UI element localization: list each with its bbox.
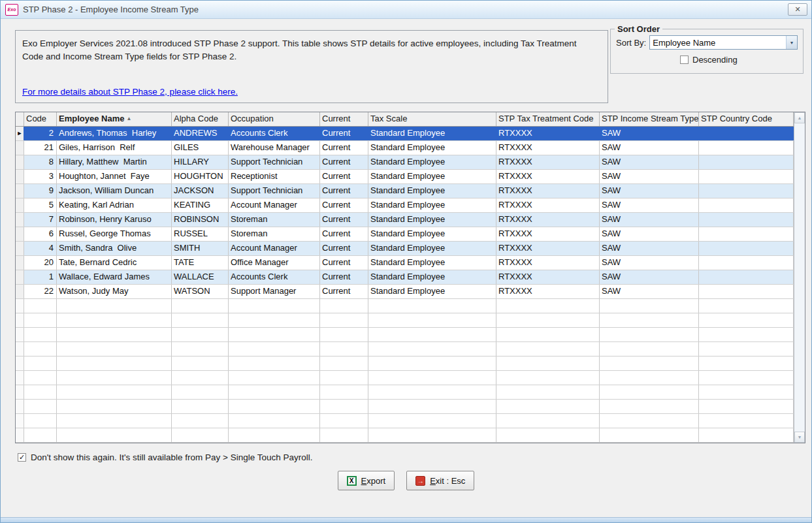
cell[interactable]: Giles, Harrison Relf xyxy=(57,141,172,155)
column-header[interactable]: Alpha Code xyxy=(172,112,229,126)
cell[interactable]: Support Technician xyxy=(229,184,320,198)
cell[interactable]: Standard Employee xyxy=(368,213,496,227)
sort-by-dropdown[interactable]: Employee Name ▼ xyxy=(649,35,798,50)
cell[interactable]: SAW xyxy=(600,184,699,198)
cell[interactable]: Standard Employee xyxy=(368,227,496,241)
cell[interactable]: Current xyxy=(320,227,368,241)
cell[interactable] xyxy=(699,127,794,140)
cell[interactable]: Current xyxy=(320,270,368,284)
table-row[interactable]: 20Tate, Bernard CedricTATEOffice Manager… xyxy=(16,256,794,270)
cell[interactable]: SAW xyxy=(600,227,699,241)
table-row[interactable]: 1Wallace, Edward JamesWALLACEAccounts Cl… xyxy=(16,270,794,285)
column-header[interactable]: STP Income Stream Type xyxy=(600,112,699,126)
cell[interactable]: RTXXXX xyxy=(496,256,600,270)
cell[interactable]: Standard Employee xyxy=(368,285,496,298)
cell[interactable]: SAW xyxy=(600,242,699,255)
cell[interactable]: Current xyxy=(320,141,368,155)
cell[interactable] xyxy=(699,198,794,212)
cell[interactable]: SMITH xyxy=(172,242,229,255)
cell[interactable]: SAW xyxy=(600,170,699,183)
table-row[interactable]: 22Watson, Judy MayWATSONSupport ManagerC… xyxy=(16,285,794,299)
cell[interactable]: 5 xyxy=(24,198,57,212)
cell[interactable]: RTXXXX xyxy=(496,242,600,255)
cell[interactable]: Current xyxy=(320,242,368,255)
cell[interactable]: ANDREWS xyxy=(172,127,229,140)
cell[interactable]: RTXXXX xyxy=(496,127,600,140)
cell[interactable]: RTXXXX xyxy=(496,170,600,183)
cell[interactable]: Robinson, Henry Karuso xyxy=(57,213,172,227)
cell[interactable]: Standard Employee xyxy=(368,184,496,198)
table-row[interactable]: 8Hillary, Matthew MartinHILLARYSupport T… xyxy=(16,155,794,170)
column-header[interactable]: Tax Scale xyxy=(368,112,496,126)
cell[interactable]: WALLACE xyxy=(172,270,229,284)
cell[interactable]: SAW xyxy=(600,155,699,169)
column-header[interactable]: STP Tax Treatment Code xyxy=(496,112,600,126)
cell[interactable]: 2 xyxy=(24,127,57,140)
cell[interactable]: 8 xyxy=(24,155,57,169)
descending-checkbox[interactable] xyxy=(680,55,689,64)
cell[interactable]: Keating, Karl Adrian xyxy=(57,198,172,212)
cell[interactable] xyxy=(699,155,794,169)
cell[interactable]: SAW xyxy=(600,141,699,155)
vertical-scrollbar[interactable]: ▲ ▼ xyxy=(794,112,805,443)
cell[interactable]: Standard Employee xyxy=(368,170,496,183)
cell[interactable]: Current xyxy=(320,256,368,270)
cell[interactable]: Standard Employee xyxy=(368,242,496,255)
cell[interactable]: 9 xyxy=(24,184,57,198)
cell[interactable]: Standard Employee xyxy=(368,198,496,212)
cell[interactable]: RTXXXX xyxy=(496,155,600,169)
cell[interactable]: 20 xyxy=(24,256,57,270)
cell[interactable]: 3 xyxy=(24,170,57,183)
cell[interactable]: 6 xyxy=(24,227,57,241)
cell[interactable]: Support Manager xyxy=(229,285,320,298)
table-row[interactable]: 7Robinson, Henry KarusoROBINSONStoremanC… xyxy=(16,213,794,227)
cell[interactable]: Current xyxy=(320,170,368,183)
cell[interactable]: Watson, Judy May xyxy=(57,285,172,298)
cell[interactable]: Wallace, Edward James xyxy=(57,270,172,284)
cell[interactable]: Current xyxy=(320,155,368,169)
column-header[interactable]: STP Country Code xyxy=(699,112,794,126)
cell[interactable]: RTXXXX xyxy=(496,270,600,284)
column-header[interactable]: Code xyxy=(24,112,57,126)
cell[interactable] xyxy=(699,242,794,255)
titlebar[interactable]: Exo STP Phase 2 - Employee Income Stream… xyxy=(1,1,811,19)
cell[interactable]: Storeman xyxy=(229,227,320,241)
cell[interactable] xyxy=(699,227,794,241)
cell[interactable]: Support Technician xyxy=(229,155,320,169)
column-header[interactable]: Current xyxy=(320,112,368,126)
cell[interactable]: RTXXXX xyxy=(496,184,600,198)
cell[interactable]: RTXXXX xyxy=(496,141,600,155)
cell[interactable]: RTXXXX xyxy=(496,227,600,241)
cell[interactable] xyxy=(699,285,794,298)
scroll-up-icon[interactable]: ▲ xyxy=(794,112,805,123)
table-row[interactable]: 5Keating, Karl AdrianKEATINGAccount Mana… xyxy=(16,198,794,213)
cell[interactable]: JACKSON xyxy=(172,184,229,198)
table-row[interactable]: 9Jackson, William DuncanJACKSONSupport T… xyxy=(16,184,794,198)
cell[interactable]: Hillary, Matthew Martin xyxy=(57,155,172,169)
table-row[interactable]: 21Giles, Harrison RelfGILESWarehouse Man… xyxy=(16,141,794,155)
cell[interactable]: Current xyxy=(320,213,368,227)
cell[interactable]: Accounts Clerk xyxy=(229,270,320,284)
table-row[interactable]: 4Smith, Sandra OliveSMITHAccount Manager… xyxy=(16,242,794,256)
cell[interactable]: Standard Employee xyxy=(368,270,496,284)
cell[interactable]: Storeman xyxy=(229,213,320,227)
cell[interactable]: Andrews, Thomas Harley xyxy=(57,127,172,140)
cell[interactable]: SAW xyxy=(600,127,699,140)
column-header[interactable]: Employee Name▲ xyxy=(57,112,172,126)
table-row[interactable]: 3Houghton, Jannet FayeHOUGHTONReceptioni… xyxy=(16,170,794,184)
scroll-track[interactable] xyxy=(794,123,805,432)
cell[interactable]: SAW xyxy=(600,270,699,284)
cell[interactable]: Standard Employee xyxy=(368,141,496,155)
table-row[interactable]: 6Russel, George ThomasRUSSELStoremanCurr… xyxy=(16,227,794,242)
cell[interactable]: 21 xyxy=(24,141,57,155)
cell[interactable]: HILLARY xyxy=(172,155,229,169)
cell[interactable] xyxy=(699,141,794,155)
cell[interactable]: SAW xyxy=(600,198,699,212)
chevron-down-icon[interactable]: ▼ xyxy=(786,36,797,49)
cell[interactable]: WATSON xyxy=(172,285,229,298)
cell[interactable]: SAW xyxy=(600,256,699,270)
cell[interactable] xyxy=(699,256,794,270)
cell[interactable]: 22 xyxy=(24,285,57,298)
scroll-down-icon[interactable]: ▼ xyxy=(794,432,805,443)
column-header[interactable]: Occupation xyxy=(229,112,320,126)
